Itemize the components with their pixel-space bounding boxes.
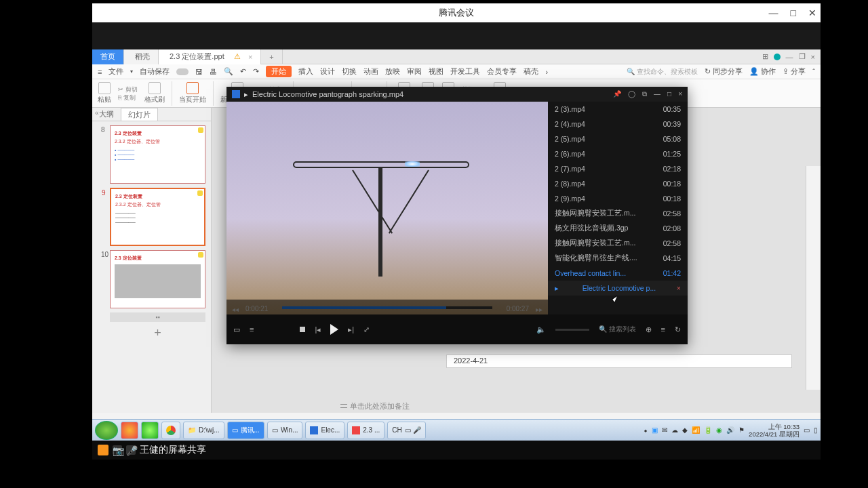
win-close-icon[interactable]: × [811,53,815,61]
menu-slideshow[interactable]: 放映 [385,66,400,77]
add-slide-button[interactable]: + [104,323,211,343]
taskbar-clock[interactable]: 上午 10:33 2022/4/21 星期四 [749,423,800,438]
fmtbrush-button[interactable]: 格式刷 [144,82,165,104]
menu-dev[interactable]: 开发工具 [450,66,480,77]
tab-home[interactable]: 首页 [92,49,124,64]
menu-paper[interactable]: 稿壳 [524,66,538,77]
playlist-item[interactable]: 2 (6).mp401:25 [548,146,688,161]
play-current-button[interactable]: 当页开始 [179,82,206,104]
forward-icon[interactable]: ▸▸ [536,306,542,313]
playlist-item[interactable]: 接触网腕臂安装工艺.m...02:58 [548,206,688,221]
notes-placeholder[interactable]: 单击此处添加备注 [340,401,410,411]
mic-on-icon[interactable]: 🎤 [126,445,136,455]
pin-icon[interactable]: 📌 [613,90,621,98]
collapse-ribbon-icon[interactable]: ˆ [812,68,815,76]
tb-tencent[interactable]: ▭ 腾讯... [227,422,264,439]
fullscreen-icon[interactable]: ⤢ [363,325,370,334]
tray-icon[interactable]: ⚑ [738,426,745,434]
thumb-10[interactable]: 102.3 定位装置 [110,250,205,308]
search-input[interactable]: 🔍 查找命令、搜索模板 [627,67,698,77]
playlist-search[interactable]: 🔍 搜索列表 [599,325,636,334]
menu-view[interactable]: 视图 [429,66,443,77]
playlist-loop-icon[interactable]: ↻ [675,325,681,334]
cut-button[interactable]: ✂ 剪切 [118,85,138,94]
ontop-icon[interactable]: ◯ [628,90,635,98]
playlist-item[interactable]: ▸Electric Locomotive p...× [548,281,688,296]
play-button[interactable] [330,324,338,335]
tab-add[interactable]: + [261,49,282,64]
stop-button[interactable] [300,327,305,332]
system-tray[interactable]: ⬥ ▣ ✉ ☁ ◆ 📶 🔋 ◉ 🔊 ⚑ 上午 10:33 2022/4/21 星… [644,423,818,438]
menu-autosave[interactable]: 自动保存 [140,66,170,77]
tray-icon[interactable]: ☁ [671,426,678,434]
avatar[interactable] [774,54,781,60]
copy-button[interactable]: ⎘ 复制 [118,94,138,102]
thumb-9[interactable]: 92.3 定位装置2.3.2 定位器、定位管────────────────── [110,188,205,246]
seek-bar[interactable] [282,306,492,309]
playlist-item[interactable]: 杨文用弦比音视频.3gp02:08 [548,221,688,236]
prev-button[interactable]: |◂ [315,325,321,334]
tray-icon[interactable]: ◉ [716,426,722,434]
win-min-icon[interactable]: — [786,53,793,61]
thumb-collapsed[interactable]: ▪▪ [110,312,205,322]
minimize-icon[interactable]: — [769,7,778,18]
autosave-toggle[interactable] [176,68,189,75]
menu-file[interactable]: 文件 [108,66,123,77]
wps-right-sidebar[interactable] [806,166,821,390]
next-button[interactable]: ▸| [348,325,354,334]
win-restore-icon[interactable]: ❐ [799,52,806,61]
menu-vip[interactable]: 会员专享 [487,66,517,77]
menu-anim[interactable]: 动画 [363,66,378,77]
tray-icon[interactable]: 🔋 [704,426,712,434]
collapse-icon[interactable]: « [95,109,99,117]
slides-tab[interactable]: 幻灯片 [121,108,158,121]
rewind-icon[interactable]: ◂◂ [232,306,239,313]
preview-icon[interactable]: 🔍 [224,67,233,76]
print-icon[interactable]: 🖶 [210,68,217,76]
tray-icon[interactable]: 📶 [692,426,700,434]
volume-slider[interactable] [555,329,589,331]
tb-player[interactable]: Elec... [305,422,344,439]
tb-wps[interactable]: 2.3 ... [347,422,384,439]
tb-ime[interactable]: CH ▭ 🎤 [387,422,425,439]
menu-icon[interactable]: ≡ [98,68,102,76]
start-button[interactable] [95,421,118,440]
playlist[interactable]: 2 (3).mp400:352 (4).mp400:392 (5).mp405:… [548,102,688,314]
menu-transition[interactable]: 切换 [342,66,357,77]
menu-start[interactable]: 开始 [266,66,292,77]
menu-sync[interactable]: ↻ 同步分享 [705,66,743,77]
playlist-item[interactable]: 智能化腕臂吊弦生产线....04:15 [548,251,688,266]
tb-app1[interactable] [121,422,138,439]
tb-chrome[interactable] [161,422,180,439]
tab-shell[interactable]: 稻壳 [124,49,159,64]
menu-insert[interactable]: 插入 [298,66,313,77]
tb-app2[interactable] [141,422,159,439]
playlist-item[interactable]: 2 (7).mp402:18 [548,161,688,176]
tab-close-icon[interactable]: × [248,53,252,61]
grid-icon[interactable]: ⊞ [762,52,768,61]
volume-icon[interactable]: 🔈 [536,325,546,334]
playlist-item[interactable]: 2 (3).mp400:35 [548,102,688,117]
open-icon[interactable]: ▭ [233,325,240,334]
player-close-icon[interactable]: × [678,90,682,98]
player-min-icon[interactable]: — [654,90,660,98]
tray-icon[interactable]: ▣ [652,426,658,434]
tray-overflow-icon[interactable]: ▭ [804,426,810,434]
tb-explorer[interactable]: 📁 D:\wj... [183,422,224,439]
mini-icon[interactable]: ⧉ [642,90,647,98]
player-titlebar[interactable]: ▸ Electric Locomotive pantograph sparkin… [226,87,688,102]
menu-share[interactable]: ⇪ 分享 [783,66,806,77]
playlist-item[interactable]: 接触网腕臂安装工艺.m...02:58 [548,236,688,251]
list-icon[interactable]: ≡ [250,325,254,333]
playlist-item[interactable]: 2 (5).mp405:08 [548,131,688,146]
tb-window[interactable]: ▭ Win... [267,422,303,439]
tray-icon[interactable]: ◆ [682,426,688,434]
tray-icon[interactable]: ✉ [662,426,667,434]
undo-icon[interactable]: ↶ [240,67,246,76]
tray-icon[interactable]: 🔊 [726,426,734,434]
playlist-add-icon[interactable]: ⊕ [646,325,652,334]
thumb-8[interactable]: 82.3 定位装置2.3.2 定位器、定位管▪ ─────▪ ─────▪ ──… [110,125,205,184]
camera-off-icon[interactable]: 📷 [113,445,122,455]
menu-assist[interactable]: 👤 协作 [749,66,776,77]
player-max-icon[interactable]: □ [667,90,671,98]
